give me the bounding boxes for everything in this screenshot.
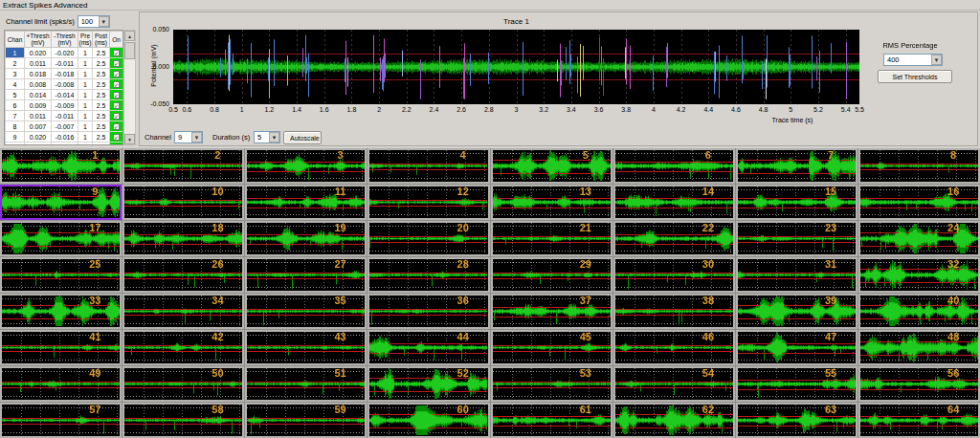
scroll-down-icon[interactable]: ▼: [124, 134, 135, 144]
channel-cell-3[interactable]: 3: [245, 148, 367, 184]
value-cell[interactable]: 2.5: [93, 121, 110, 132]
on-checkbox[interactable]: ✓: [113, 50, 120, 56]
value-cell[interactable]: 1: [78, 48, 93, 58]
value-cell[interactable]: 0.011: [25, 58, 52, 69]
channel-cell-8[interactable]: 8: [858, 148, 980, 184]
value-cell[interactable]: 0.018: [25, 69, 52, 79]
channel-cell-47[interactable]: 47: [736, 330, 858, 365]
rms-percentage-dropdown[interactable]: 400 ▼: [883, 54, 943, 66]
value-cell[interactable]: -0.018: [52, 69, 78, 79]
value-cell[interactable]: -0.009: [52, 100, 78, 111]
chan-cell[interactable]: 8: [6, 121, 25, 132]
channel-cell-19[interactable]: 19: [245, 221, 367, 256]
value-cell[interactable]: 0.008: [25, 79, 52, 90]
channel-cell-46[interactable]: 46: [613, 330, 735, 365]
channel-cell-61[interactable]: 61: [491, 403, 612, 438]
value-cell[interactable]: 1: [78, 142, 93, 145]
value-cell[interactable]: 1: [78, 90, 93, 100]
value-cell[interactable]: 0.020: [25, 48, 52, 58]
value-cell[interactable]: 1: [78, 58, 93, 69]
channel-cell-30[interactable]: 30: [613, 257, 735, 293]
value-cell[interactable]: 1: [78, 69, 93, 79]
channel-cell-9[interactable]: 9: [0, 185, 122, 220]
channel-cell-26[interactable]: 26: [122, 257, 244, 293]
value-cell[interactable]: 2.5: [93, 111, 110, 121]
on-cell[interactable]: ✓: [110, 121, 123, 132]
chan-cell[interactable]: 4: [6, 79, 25, 90]
chan-cell[interactable]: 1: [6, 48, 25, 58]
value-cell[interactable]: 0.014: [25, 90, 52, 100]
value-cell[interactable]: 0.020: [25, 132, 52, 142]
channel-cell-23[interactable]: 23: [736, 221, 858, 256]
channel-cell-12[interactable]: 12: [368, 185, 489, 220]
table-row[interactable]: 10.020-0.02012.5✓: [6, 48, 123, 58]
chan-cell[interactable]: 6: [6, 100, 25, 111]
channel-cell-4[interactable]: 4: [368, 148, 489, 184]
value-cell[interactable]: 0.009: [25, 100, 52, 111]
channel-cell-62[interactable]: 62: [613, 403, 735, 438]
on-checkbox[interactable]: ✓: [113, 60, 120, 67]
chan-cell[interactable]: 9: [6, 132, 25, 142]
chan-cell[interactable]: 7: [6, 111, 25, 121]
on-checkbox[interactable]: ✓: [113, 92, 120, 99]
chevron-down-icon[interactable]: ▼: [191, 132, 202, 142]
table-row[interactable]: 100.010-0.00912.5✓: [6, 142, 123, 145]
on-checkbox[interactable]: ✓: [113, 102, 120, 109]
channel-cell-18[interactable]: 18: [122, 221, 244, 256]
channel-limit-dropdown[interactable]: 100 ▼: [78, 15, 110, 28]
duration-dropdown[interactable]: 5 ▼: [254, 131, 280, 143]
value-cell[interactable]: 2.5: [93, 90, 110, 100]
channel-cell-37[interactable]: 37: [491, 294, 612, 329]
value-cell[interactable]: 0.011: [25, 111, 52, 121]
on-checkbox[interactable]: ✓: [113, 123, 120, 130]
channel-cell-15[interactable]: 15: [736, 185, 858, 220]
channel-cell-1[interactable]: 1: [0, 148, 122, 184]
table-row[interactable]: 50.014-0.01412.5✓: [6, 90, 123, 100]
table-row[interactable]: 40.008-0.00812.5✓: [6, 79, 123, 90]
value-cell[interactable]: 1: [78, 111, 93, 121]
channel-cell-11[interactable]: 11: [245, 185, 367, 220]
on-cell[interactable]: ✓: [110, 100, 123, 111]
channel-cell-10[interactable]: 10: [122, 185, 244, 220]
chevron-down-icon[interactable]: ▼: [931, 55, 942, 65]
value-cell[interactable]: 0.010: [25, 142, 52, 145]
channel-cell-20[interactable]: 20: [368, 221, 489, 256]
value-cell[interactable]: -0.011: [52, 111, 78, 121]
channel-cell-5[interactable]: 5: [491, 148, 612, 184]
value-cell[interactable]: -0.011: [52, 58, 78, 69]
channel-cell-48[interactable]: 48: [858, 330, 980, 365]
channel-cell-27[interactable]: 27: [245, 257, 367, 293]
channel-select-dropdown[interactable]: 9 ▼: [174, 131, 203, 143]
channel-cell-29[interactable]: 29: [491, 257, 612, 293]
value-cell[interactable]: 2.5: [93, 48, 110, 58]
channel-cell-14[interactable]: 14: [613, 185, 735, 220]
channel-cell-21[interactable]: 21: [491, 221, 612, 256]
value-cell[interactable]: -0.016: [52, 132, 78, 142]
on-checkbox[interactable]: ✓: [113, 71, 120, 77]
value-cell[interactable]: -0.014: [52, 90, 78, 100]
on-cell[interactable]: ✓: [110, 58, 123, 69]
table-row[interactable]: 20.011-0.01112.5✓: [6, 58, 123, 69]
channel-cell-50[interactable]: 50: [122, 366, 244, 402]
on-checkbox[interactable]: ✓: [113, 134, 120, 141]
channel-cell-34[interactable]: 34: [122, 294, 244, 329]
table-scrollbar[interactable]: ▲ ▼: [123, 30, 136, 145]
value-cell[interactable]: 1: [78, 121, 93, 132]
chan-cell[interactable]: 5: [6, 90, 25, 100]
channel-cell-24[interactable]: 24: [858, 221, 980, 256]
on-cell[interactable]: ✓: [110, 79, 123, 90]
value-cell[interactable]: -0.007: [52, 121, 78, 132]
chan-cell[interactable]: 10: [6, 142, 25, 145]
channel-cell-60[interactable]: 60: [368, 403, 489, 438]
channel-cell-45[interactable]: 45: [491, 330, 612, 365]
chan-cell[interactable]: 2: [6, 58, 25, 69]
channel-cell-53[interactable]: 53: [491, 366, 612, 402]
channel-cell-42[interactable]: 42: [122, 330, 244, 365]
channel-cell-2[interactable]: 2: [122, 148, 244, 184]
on-cell[interactable]: ✓: [110, 69, 123, 79]
channel-cell-16[interactable]: 16: [858, 185, 980, 220]
autoscale-button[interactable]: Autoscale: [283, 131, 322, 144]
channel-cell-28[interactable]: 28: [368, 257, 489, 293]
table-row[interactable]: 80.007-0.00712.5✓: [6, 121, 123, 132]
channel-cell-56[interactable]: 56: [858, 366, 980, 402]
